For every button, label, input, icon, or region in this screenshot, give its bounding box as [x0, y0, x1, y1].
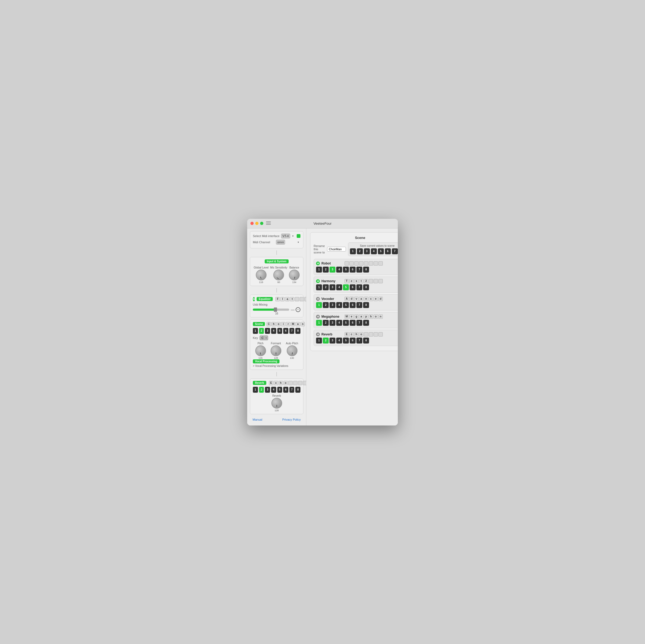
harmony-btn-5[interactable]: 5 [343, 284, 349, 290]
maximize-button[interactable] [260, 222, 263, 225]
reverb-effect-btn-8[interactable]: 8 [363, 338, 369, 343]
save-btn-1[interactable]: 1 [350, 248, 356, 254]
vocoder-btn-5[interactable]: 5 [343, 302, 349, 308]
formant-knob[interactable] [271, 345, 281, 356]
harmony-btn-8[interactable]: 8 [363, 284, 369, 290]
harmony-power[interactable]: ⏻ [316, 279, 320, 283]
reverb-effect-btn-2[interactable]: 2 [323, 338, 329, 343]
scene-btn-2[interactable]: 2 [259, 328, 264, 334]
megaphone-btn-2[interactable]: 2 [323, 320, 329, 326]
megaphone-btn-4[interactable]: 4 [336, 320, 342, 326]
scene-panel: Scene Rename this scene to Save current … [310, 232, 398, 351]
midi-interface-label: Select Midi interface [253, 234, 279, 238]
rev-btn-8[interactable]: 8 [295, 387, 300, 393]
reverb-effect-btn-3[interactable]: 3 [330, 338, 336, 343]
vocoder-btn-4[interactable]: 4 [336, 302, 342, 308]
vocal-badge: Vocal Processing [253, 359, 279, 363]
global-level-knob[interactable] [256, 270, 266, 280]
harmony-e3 [379, 279, 383, 283]
key-select[interactable]: C [259, 335, 268, 340]
rename-input[interactable] [327, 247, 346, 252]
usb-slider-thumb[interactable] [274, 308, 277, 312]
megaphone-btn-8[interactable]: 8 [363, 320, 369, 326]
megaphone-btn-1[interactable]: 1 [316, 320, 322, 326]
robot-btn-7[interactable]: 7 [357, 267, 362, 273]
save-btn-6[interactable]: 6 [385, 248, 391, 254]
robot-btn-4[interactable]: 4 [336, 267, 342, 273]
save-btn-7[interactable]: 7 [392, 248, 398, 254]
mic-sensitivity-knob[interactable] [273, 270, 284, 280]
manual-link[interactable]: Manual [253, 418, 262, 421]
save-btn-2[interactable]: 2 [357, 248, 363, 254]
robot-btn-2[interactable]: 2 [323, 267, 329, 273]
scene-btn-7[interactable]: 7 [289, 328, 294, 334]
megaphone-btn-5[interactable]: 5 [343, 320, 349, 326]
input-knobs-row: Global Level 116 Mic Sensitivity 60 [253, 266, 300, 284]
save-btn-5[interactable]: 5 [378, 248, 384, 254]
privacy-link[interactable]: Privacy Policy [282, 418, 301, 421]
save-btn-4[interactable]: 4 [371, 248, 377, 254]
reverb-effect-btn-6[interactable]: 6 [350, 338, 356, 343]
pitch-knob[interactable] [255, 345, 266, 356]
robot-power[interactable]: ⏻ [316, 262, 320, 265]
vocoder-btn-6[interactable]: 6 [350, 302, 356, 308]
rev-btn-2[interactable]: 2 [259, 387, 264, 393]
balance-label: Balance [289, 266, 299, 269]
rev-btn-3[interactable]: 3 [265, 387, 270, 393]
megaphone-power[interactable]: ⏻ [316, 315, 320, 319]
harmony-c-2: 2 [364, 279, 368, 283]
robot-btn-8[interactable]: 8 [363, 267, 369, 273]
vocoder-btn-3[interactable]: 3 [330, 302, 336, 308]
scene-btn-3[interactable]: 3 [265, 328, 270, 334]
harmony-btn-4[interactable]: 4 [336, 284, 342, 290]
usb-slider-track[interactable] [253, 309, 289, 311]
vocoder-btn-1[interactable]: 1 [316, 302, 322, 308]
harmony-btn-3[interactable]: 3 [330, 284, 336, 290]
midi-interface-select[interactable]: VT-4 [281, 234, 290, 238]
harmony-e1 [369, 279, 373, 283]
scene-btn-8[interactable]: 8 [295, 328, 300, 334]
robot-btn-1[interactable]: 1 [316, 267, 322, 273]
vocoder-power[interactable]: ⏻ [316, 297, 320, 301]
megaphone-btn-7[interactable]: 7 [357, 320, 362, 326]
input-system-section: Input & System Global Level 116 Mic Sens… [250, 257, 303, 286]
megaphone-btn-3[interactable]: 3 [330, 320, 336, 326]
robot-btn-5[interactable]: 5 [343, 267, 349, 273]
auto-pitch-knob[interactable] [287, 345, 297, 356]
rev-btn-5[interactable]: 5 [277, 387, 282, 393]
minimize-button[interactable] [255, 222, 258, 225]
harmony-btn-6[interactable]: 6 [350, 284, 356, 290]
harmony-btn-7[interactable]: 7 [357, 284, 362, 290]
scene-btn-4[interactable]: 4 [271, 328, 276, 334]
reverb-effect-btn-4[interactable]: 4 [336, 338, 342, 343]
robot-btn-6[interactable]: 6 [350, 267, 356, 273]
reverb-knob[interactable] [271, 398, 282, 408]
scene-btn-1[interactable]: 1 [253, 328, 258, 334]
megaphone-btn-6[interactable]: 6 [350, 320, 356, 326]
robot-btn-3[interactable]: 3 [330, 267, 336, 273]
harmony-btn-1[interactable]: 1 [316, 284, 322, 290]
reverb-effect-power[interactable]: ⏻ [316, 332, 320, 336]
eq-power-button[interactable]: ⏻ [253, 297, 255, 301]
vocoder-btn-2[interactable]: 2 [323, 302, 329, 308]
vocal-variations[interactable]: > Vocal Processing Variations [253, 364, 300, 367]
close-button[interactable] [250, 222, 254, 225]
key-select-wrap: C [259, 335, 268, 340]
scene-btn-5[interactable]: 5 [277, 328, 282, 334]
vocoder-btn-7[interactable]: 7 [357, 302, 362, 308]
reverb-effect-btn-7[interactable]: 7 [357, 338, 362, 343]
sidebar-toggle[interactable] [266, 222, 271, 225]
reverb-effect-btn-5[interactable]: 5 [343, 338, 349, 343]
rev-btn-4[interactable]: 4 [271, 387, 276, 393]
harmony-btn-2[interactable]: 2 [323, 284, 329, 290]
midi-channel-select[interactable]: omni [276, 240, 285, 245]
balance-knob[interactable] [289, 270, 300, 280]
rev-btn-6[interactable]: 6 [283, 387, 288, 393]
reverb-effect-btn-1[interactable]: 1 [316, 338, 322, 343]
vocoder-btn-8[interactable]: 8 [363, 302, 369, 308]
rev-btn-7[interactable]: 7 [289, 387, 294, 393]
scene-btn-6[interactable]: 6 [283, 328, 288, 334]
rev-btn-1[interactable]: 1 [253, 387, 258, 393]
save-btn-3[interactable]: 3 [364, 248, 370, 254]
connector-2 [276, 288, 277, 292]
